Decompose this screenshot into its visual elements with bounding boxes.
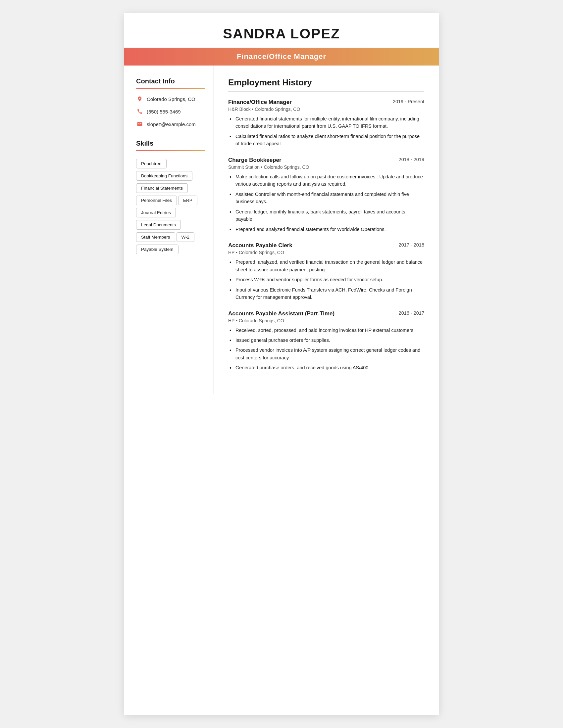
sidebar: Contact Info Colorado Springs, CO (550) … (124, 66, 213, 394)
contact-location-text: Colorado Springs, CO (147, 96, 195, 102)
contact-phone-text: (550) 555-3469 (147, 109, 181, 114)
job-dates: 2017 - 2018 (399, 242, 424, 248)
skill-tag: Staff Members (136, 232, 175, 242)
job-bullet: Issued general purchase orders for suppl… (228, 337, 424, 344)
skill-tag: Journal Entries (136, 208, 176, 217)
job-entry: Finance/Office Manager2019 - PresentH&R … (228, 99, 424, 148)
contact-section-title: Contact Info (136, 77, 205, 85)
resume-page: SANDRA LOPEZ Finance/Office Manager Cont… (124, 13, 439, 715)
body-section: Contact Info Colorado Springs, CO (550) … (124, 66, 439, 394)
skills-section: Skills PeachtreeBookkeeping FunctionsFin… (136, 140, 205, 255)
skills-section-title: Skills (136, 140, 205, 147)
job-entry: Charge Bookkeeper2018 - 2019Summit Stati… (228, 157, 424, 233)
job-company: Summit Station • Colorado Springs, CO (228, 164, 424, 170)
skill-tag: Peachtree (136, 159, 166, 168)
contact-email-text: slopez@example.com (147, 121, 196, 127)
job-header: Finance/Office Manager2019 - Present (228, 99, 424, 106)
job-header: Accounts Payable Assistant (Part-Time)20… (228, 310, 424, 317)
job-bullet: Input of various Electronic Funds Transf… (228, 286, 424, 301)
skills-container: PeachtreeBookkeeping FunctionsFinancial … (136, 158, 205, 255)
job-company: HP • Colorado Springs, CO (228, 318, 424, 323)
job-bullet: Prepared and analyzed financial statemen… (228, 226, 424, 233)
skill-tag: Personnel Files (136, 196, 177, 205)
contact-phone: (550) 555-3469 (136, 108, 205, 115)
job-bullet: Processed vendor invoices into A/P syste… (228, 346, 424, 361)
job-company: H&R Block • Colorado Springs, CO (228, 107, 424, 112)
job-bullet: Generated purchase orders, and received … (228, 364, 424, 371)
contact-location: Colorado Springs, CO (136, 95, 205, 103)
job-company: HP • Colorado Springs, CO (228, 250, 424, 255)
skill-tag: Bookkeeping Functions (136, 171, 192, 181)
job-title: Accounts Payable Clerk (228, 242, 293, 249)
job-title: Charge Bookkeeper (228, 157, 282, 163)
employment-divider (228, 91, 424, 92)
skill-tag: Legal Documents (136, 220, 181, 230)
job-dates: 2018 - 2019 (399, 157, 424, 162)
email-icon (136, 120, 143, 128)
skill-tag: Payable System (136, 245, 178, 254)
job-dates: 2019 - Present (393, 99, 424, 104)
job-bullet: Calculated financial ratios to analyze c… (228, 133, 424, 148)
job-bullet: Prepared, analyzed, and verified financi… (228, 258, 424, 273)
job-header: Charge Bookkeeper2018 - 2019 (228, 157, 424, 163)
job-bullet: Generated financial statements for multi… (228, 115, 424, 130)
job-header: Accounts Payable Clerk2017 - 2018 (228, 242, 424, 249)
job-bullet: Make collection calls and follow up on p… (228, 173, 424, 188)
candidate-title: Finance/Office Manager (124, 48, 439, 66)
candidate-name: SANDRA LOPEZ (124, 13, 439, 45)
jobs-container: Finance/Office Manager2019 - PresentH&R … (228, 99, 424, 372)
phone-icon (136, 108, 143, 115)
job-bullet: Assisted Controller with month-end finan… (228, 191, 424, 205)
skill-tag: Financial Statements (136, 183, 188, 193)
skill-tag: ERP (178, 196, 197, 205)
contact-divider (136, 88, 205, 89)
location-icon (136, 95, 143, 103)
skills-divider (136, 150, 205, 151)
job-entry: Accounts Payable Assistant (Part-Time)20… (228, 310, 424, 372)
contact-email: slopez@example.com (136, 120, 205, 128)
job-bullet: Process W-9s and vendor supplier forms a… (228, 276, 424, 283)
employment-section-title: Employment History (228, 77, 424, 88)
job-bullet: Received, sorted, processed, and paid in… (228, 327, 424, 334)
job-title: Accounts Payable Assistant (Part-Time) (228, 310, 335, 317)
job-bullet: General ledger, monthly financials, bank… (228, 208, 424, 223)
job-dates: 2016 - 2017 (399, 310, 424, 316)
skill-tag: W-2 (176, 232, 195, 242)
job-entry: Accounts Payable Clerk2017 - 2018HP • Co… (228, 242, 424, 301)
main-content: Employment History Finance/Office Manage… (213, 66, 439, 394)
job-title: Finance/Office Manager (228, 99, 292, 106)
